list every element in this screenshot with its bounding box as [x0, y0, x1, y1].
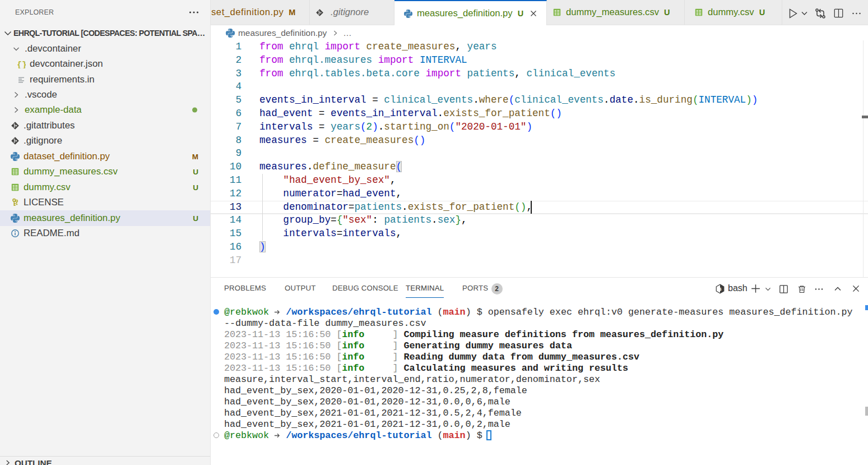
svg-text:$: $ — [720, 287, 722, 292]
svg-text:{}: {} — [17, 61, 26, 69]
